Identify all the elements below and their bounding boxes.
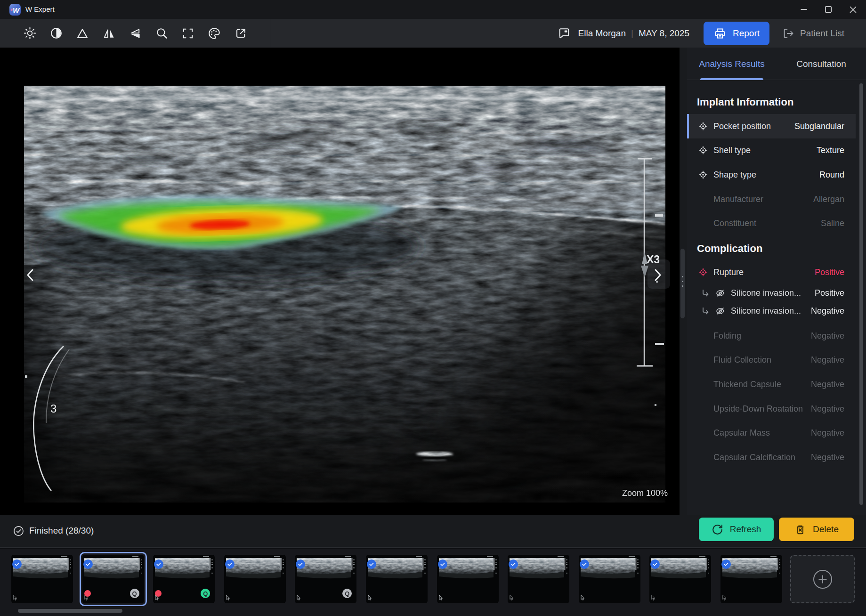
complication-rows: Rupture Positive Silicone invasion... Po… bbox=[687, 260, 862, 470]
minimize-icon bbox=[800, 6, 808, 13]
check-circle-icon bbox=[13, 526, 24, 536]
row-value: Negative bbox=[811, 379, 844, 389]
refresh-button[interactable]: Refresh bbox=[699, 518, 774, 541]
check-icon bbox=[85, 561, 91, 567]
report-label: Report bbox=[733, 28, 760, 39]
checked-badge[interactable] bbox=[721, 559, 731, 569]
analysis-row[interactable]: Thickend Capsule Negative bbox=[687, 372, 856, 397]
thumbnail[interactable]: Q bbox=[508, 555, 569, 603]
thumbnail[interactable]: Q bbox=[579, 555, 640, 603]
thumbnail[interactable]: Q bbox=[224, 555, 286, 603]
implant-information-title: Implant Information bbox=[697, 96, 862, 108]
add-image-button[interactable] bbox=[790, 555, 855, 603]
minimize-button[interactable] bbox=[797, 3, 810, 16]
analysis-row[interactable]: Shell type Texture bbox=[687, 138, 856, 163]
svg-text:W: W bbox=[13, 6, 20, 14]
image-tools bbox=[16, 19, 254, 48]
analysis-row[interactable]: Silicone invasion... Positive bbox=[687, 284, 856, 302]
analysis-row[interactable]: Capsular Calcification Negative bbox=[687, 445, 856, 470]
thumbnail[interactable]: Q bbox=[649, 555, 711, 603]
analysis-row[interactable]: Capsular Mass Negative bbox=[687, 421, 856, 445]
fullscreen-button[interactable] bbox=[175, 19, 201, 48]
checked-badge[interactable] bbox=[367, 559, 376, 569]
eye-off-icon bbox=[715, 306, 725, 316]
thumbnail[interactable]: Q bbox=[153, 555, 215, 603]
contrast-button[interactable] bbox=[43, 19, 69, 48]
analysis-row[interactable]: Manufacturer Allergan bbox=[687, 187, 856, 211]
palette-button[interactable] bbox=[201, 19, 227, 48]
row-label: Upside-Down Roatation bbox=[713, 404, 803, 413]
row-label: Thickend Capsule bbox=[713, 379, 781, 389]
sub-item-arrow-icon bbox=[701, 307, 710, 315]
filmstrip-scrollbar[interactable] bbox=[18, 609, 122, 613]
tab-analysis-results[interactable]: Analysis Results bbox=[687, 48, 777, 80]
contrast-icon bbox=[50, 27, 63, 40]
row-label: Silicone invasion... bbox=[731, 306, 801, 316]
patient-list-button[interactable]: Patient List bbox=[782, 27, 844, 40]
thumbnail[interactable]: Q bbox=[366, 555, 428, 603]
ultrasound-image[interactable]: 3 X3 bbox=[24, 86, 665, 503]
ultrasound-viewer: 3 X3 bbox=[0, 48, 680, 515]
refresh-icon bbox=[712, 524, 723, 535]
maximize-button[interactable] bbox=[822, 3, 835, 16]
analysis-row[interactable]: Folding Negative bbox=[687, 324, 856, 348]
analysis-row[interactable]: Pocket position Subglandular bbox=[687, 114, 856, 138]
check-icon bbox=[652, 561, 658, 567]
panel-splitter[interactable] bbox=[680, 48, 687, 515]
sidebar-scrollbar[interactable] bbox=[859, 83, 863, 505]
thumbnail[interactable]: Q bbox=[82, 555, 144, 603]
analysis-row[interactable]: Shape type Round bbox=[687, 162, 856, 187]
check-icon bbox=[582, 561, 587, 567]
close-button[interactable] bbox=[846, 3, 859, 16]
next-image-button[interactable] bbox=[650, 267, 664, 283]
thumbnail[interactable]: Q bbox=[295, 555, 356, 603]
splitter-handle[interactable] bbox=[680, 249, 685, 318]
thumbnail[interactable]: Q bbox=[720, 555, 782, 603]
analysis-row[interactable]: Upside-Down Roatation Negative bbox=[687, 397, 856, 421]
row-label: Capsular Mass bbox=[713, 428, 770, 438]
threshold-button[interactable] bbox=[69, 19, 96, 48]
sub-item-arrow-icon bbox=[701, 289, 710, 297]
row-value: Negative bbox=[811, 404, 844, 413]
flip-vertical-button[interactable] bbox=[122, 19, 148, 48]
checked-badge[interactable] bbox=[580, 559, 589, 569]
q-badge: Q bbox=[130, 589, 139, 598]
analysis-panel: Implant Information Pocket position Subg… bbox=[687, 81, 862, 515]
thumbnail[interactable]: Q bbox=[437, 555, 499, 603]
brightness-button[interactable] bbox=[16, 19, 43, 48]
check-icon bbox=[510, 561, 516, 567]
thumbnail[interactable]: Q bbox=[11, 555, 73, 603]
row-label: Shell type bbox=[713, 146, 751, 155]
row-label: Constituent bbox=[713, 219, 756, 228]
previous-image-button[interactable] bbox=[24, 267, 38, 283]
flip-horizontal-button[interactable] bbox=[96, 19, 122, 48]
checked-badge[interactable] bbox=[12, 559, 22, 569]
checked-badge[interactable] bbox=[438, 559, 447, 569]
check-icon bbox=[156, 561, 162, 567]
checked-badge[interactable] bbox=[225, 559, 235, 569]
fullscreen-icon bbox=[182, 27, 194, 40]
row-value: Allergan bbox=[813, 194, 844, 204]
row-label: Rupture bbox=[713, 267, 744, 277]
analysis-row[interactable]: Silicone invasion... Negative bbox=[687, 302, 856, 320]
zoom-button[interactable] bbox=[148, 19, 175, 48]
analysis-row[interactable]: Fluid Collection Negative bbox=[687, 348, 856, 373]
sidebar-tabs: Analysis Results Consultation bbox=[687, 48, 866, 80]
report-button[interactable]: Report bbox=[704, 22, 769, 45]
eye-off-icon bbox=[715, 288, 725, 298]
row-value: Saline bbox=[821, 219, 844, 228]
delete-button[interactable]: Delete bbox=[779, 518, 854, 541]
row-value: Texture bbox=[817, 146, 844, 155]
row-label: Manufacturer bbox=[713, 194, 763, 204]
chat-button[interactable] bbox=[555, 24, 574, 43]
row-value: Positive bbox=[815, 288, 844, 298]
toolbar: Ella Morgan | MAY 8, 2025 Report Patient… bbox=[0, 19, 866, 48]
analysis-row[interactable]: Rupture Positive bbox=[687, 260, 856, 284]
app-window: W W Expert bbox=[0, 0, 866, 616]
row-label: Pocket position bbox=[713, 121, 771, 131]
tab-consultation[interactable]: Consultation bbox=[777, 48, 866, 80]
checked-badge[interactable] bbox=[83, 559, 93, 569]
analysis-row[interactable]: Constituent Saline bbox=[687, 211, 856, 235]
export-button[interactable] bbox=[227, 19, 254, 48]
caliper-label: 3 bbox=[50, 402, 57, 415]
